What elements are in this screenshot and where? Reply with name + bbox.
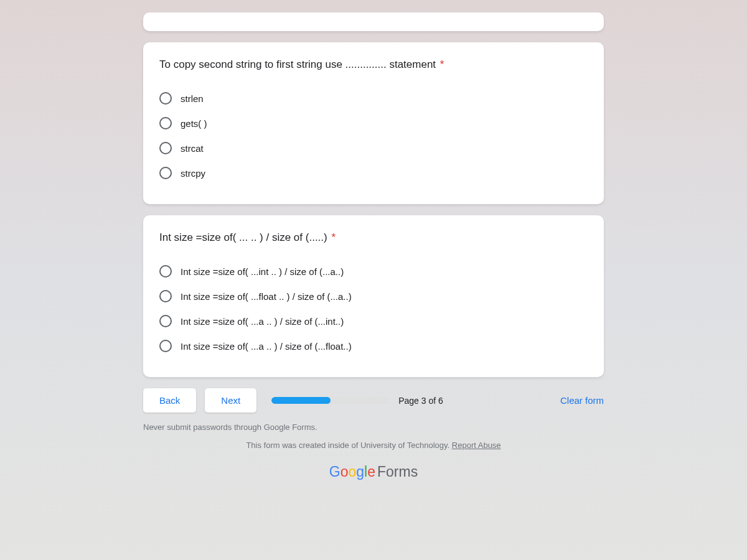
- radio-icon: [159, 167, 172, 179]
- radio-icon: [159, 290, 172, 302]
- navigation-row: Back Next Page 3 of 6 Clear form: [143, 388, 604, 413]
- radio-icon: [159, 142, 172, 154]
- page-indicator: Page 3 of 6: [398, 396, 443, 406]
- option-label: gets( ): [181, 118, 207, 129]
- password-warning: Never submit passwords through Google Fo…: [143, 422, 604, 432]
- option-label: strcpy: [181, 168, 205, 179]
- radio-option[interactable]: strcpy: [159, 161, 588, 185]
- radio-option[interactable]: Int size =size of( ...int .. ) / size of…: [159, 259, 588, 284]
- option-label: Int size =size of( ...a .. ) / size of (…: [181, 341, 352, 352]
- forms-word: Forms: [377, 464, 418, 480]
- question-title: Int size =size of( ... .. ) / size of (.…: [159, 231, 588, 244]
- radio-option[interactable]: strlen: [159, 86, 588, 111]
- required-star: *: [331, 231, 336, 243]
- radio-icon: [159, 92, 172, 105]
- question-text: To copy second string to first string us…: [159, 58, 436, 70]
- radio-option[interactable]: gets( ): [159, 111, 588, 136]
- question-card-1: To copy second string to first string us…: [143, 42, 604, 204]
- google-forms-logo[interactable]: GoogleForms: [143, 464, 604, 480]
- required-star: *: [440, 58, 444, 70]
- option-label: Int size =size of( ...int .. ) / size of…: [181, 266, 344, 277]
- question-title: To copy second string to first string us…: [159, 58, 588, 71]
- option-label: strcat: [181, 143, 204, 154]
- radio-option[interactable]: strcat: [159, 136, 588, 161]
- radio-option[interactable]: Int size =size of( ...a .. ) / size of (…: [159, 334, 588, 358]
- radio-option[interactable]: Int size =size of( ...a .. ) / size of (…: [159, 309, 588, 334]
- progress-bar: [271, 397, 390, 404]
- created-inside: This form was created inside of Universi…: [143, 441, 604, 450]
- next-button[interactable]: Next: [205, 388, 256, 413]
- question-card-2: Int size =size of( ... .. ) / size of (.…: [143, 215, 604, 377]
- radio-icon: [159, 117, 172, 129]
- clear-form-link[interactable]: Clear form: [560, 395, 604, 406]
- progress-wrap: Page 3 of 6: [271, 396, 552, 406]
- progress-fill: [271, 397, 331, 404]
- report-abuse-link[interactable]: Report Abuse: [452, 441, 501, 450]
- option-label: Int size =size of( ...a .. ) / size of (…: [181, 316, 344, 327]
- radio-option[interactable]: Int size =size of( ...float .. ) / size …: [159, 284, 588, 309]
- option-label: Int size =size of( ...float .. ) / size …: [181, 291, 352, 302]
- radio-icon: [159, 340, 172, 352]
- radio-icon: [159, 315, 172, 327]
- question-text: Int size =size of( ... .. ) / size of (.…: [159, 231, 327, 243]
- option-label: strlen: [181, 93, 204, 104]
- radio-icon: [159, 265, 172, 278]
- previous-card-stub: [143, 12, 604, 31]
- form-container: To copy second string to first string us…: [143, 0, 604, 480]
- created-text: This form was created inside of Universi…: [246, 441, 451, 450]
- back-button[interactable]: Back: [143, 388, 196, 413]
